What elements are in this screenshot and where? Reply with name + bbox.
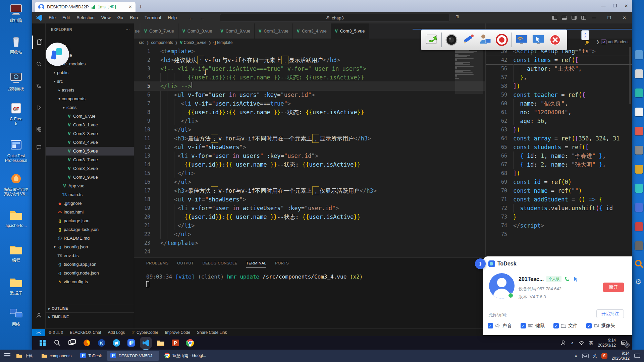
desktop-shortcut-icon[interactable] — [635, 88, 643, 97]
menu-file[interactable]: File — [46, 12, 59, 23]
desktop-icon-网络[interactable]: 网络 — [1, 307, 32, 326]
notification-icon[interactable]: 2 — [621, 340, 627, 346]
menu-edit[interactable]: Edit — [59, 12, 73, 23]
pin-icon[interactable] — [584, 41, 589, 46]
desktop-icon-此电脑[interactable]: 此电脑 — [1, 3, 32, 23]
close-session-icon[interactable]: ✕ — [128, 4, 132, 9]
folder-taskbar-icon[interactable] — [156, 339, 165, 347]
file-tree-item[interactable]: {}tsconfig.app.json — [46, 260, 134, 269]
desktop-icon-数据库[interactable]: 数据库 — [1, 276, 32, 295]
desktop-icon-C-Free 5[interactable]: CFC-Free5 — [1, 102, 32, 126]
extensions-icon[interactable] — [32, 123, 46, 136]
status-item[interactable]: Improve Code — [165, 330, 190, 335]
minimize-icon[interactable]: — — [598, 0, 609, 12]
file-tree-item[interactable]: ▸icons — [46, 103, 134, 112]
customize-layout-icon[interactable] — [581, 16, 586, 20]
file-tree-item[interactable]: ▸public — [46, 68, 134, 77]
file-tree-item[interactable]: TSmain.ts — [46, 190, 134, 199]
taskbar-window-ToDesk[interactable]: ToDesk — [77, 351, 105, 361]
breadcrumb-segment[interactable]: template — [217, 40, 232, 45]
checkbox-checked-icon[interactable]: ✓ — [521, 323, 526, 328]
ime-language[interactable]: 英 — [593, 353, 597, 359]
maximize-icon[interactable]: ❐ — [609, 0, 621, 12]
taskview-taskbar-icon[interactable] — [68, 339, 76, 347]
file-tree-item[interactable]: TSenv.d.ts — [46, 251, 134, 260]
student-demo-icon[interactable] — [478, 32, 492, 48]
record-icon[interactable] — [495, 32, 509, 48]
desktop-icon-QuickTest Professional[interactable]: QuickTestProfessional — [1, 139, 32, 163]
file-tree-item[interactable]: VApp.vue — [46, 182, 134, 190]
menu-view[interactable]: View — [98, 12, 114, 23]
kapp-taskbar-icon[interactable]: K — [97, 339, 106, 347]
breadcrumb-segment[interactable]: Com3_5.vue — [184, 40, 207, 45]
toggle-panel-icon[interactable] — [562, 16, 567, 20]
menu-run[interactable]: Run — [127, 12, 141, 23]
panel-tab-output[interactable]: OUTPUT — [177, 261, 194, 267]
monitor-broadcast-icon[interactable] — [515, 32, 529, 48]
editor-tab[interactable]: VCom3_4.vue — [293, 23, 331, 39]
snagit-icon[interactable]: S — [601, 353, 607, 359]
file-tree-item[interactable]: VCom3_4.vue — [46, 138, 134, 147]
enable-annotation-button[interactable]: 开启批注 — [596, 309, 624, 318]
editor-tab[interactable]: ue — [134, 23, 140, 39]
remote-session-tab[interactable]: DESKTOP-VM5DJ2P 1ms HD ✕ — [35, 2, 136, 12]
account-icon[interactable] — [32, 309, 46, 322]
editor-tab[interactable]: VCom3_7.vue — [140, 23, 178, 39]
status-item[interactable]: BLACKBOX Chat — [70, 330, 101, 335]
breadcrumb-segment[interactable]: src — [139, 40, 144, 45]
desktop-shortcut-icon[interactable] — [635, 108, 643, 116]
status-item[interactable]: ☞CyberCoder — [131, 330, 158, 335]
desktop-icon-编程[interactable]: 编程 — [1, 243, 32, 262]
permission-3[interactable]: ✓摄像头 — [586, 322, 615, 329]
bird-taskbar-icon[interactable] — [112, 339, 121, 347]
file-tree-item[interactable]: ⓘREADME.md — [46, 234, 134, 243]
start-taskbar-icon[interactable] — [38, 339, 47, 347]
file-tree-item[interactable]: ▸assets — [46, 86, 134, 95]
close-icon[interactable]: ✕ — [621, 0, 632, 12]
editor-tab[interactable]: VCom3_9.vue — [216, 23, 255, 39]
monitor-control-icon[interactable] — [531, 32, 545, 48]
start-menu-icon[interactable] — [4, 353, 11, 359]
search-taskbar-icon[interactable] — [53, 339, 62, 347]
outline-section[interactable]: ▸OUTLINE — [46, 304, 134, 312]
file-tree-item[interactable]: {}package-lock.json — [46, 225, 134, 234]
desktop-shortcut-icon[interactable] — [635, 146, 643, 155]
desktop-shortcut-icon[interactable] — [635, 241, 643, 250]
file-tree-item[interactable]: {}tsconfig.node.json — [46, 269, 134, 278]
command-center-search[interactable]: 🔎︎ chap3 — [220, 14, 450, 22]
toggle-secondary-sidebar-icon[interactable] — [572, 16, 577, 20]
local-clock[interactable]: 9:142025/3/12 — [612, 351, 630, 361]
file-tree-item[interactable]: ▾src — [46, 77, 134, 86]
permission-0[interactable]: ✓声音 — [488, 322, 512, 329]
permission-2[interactable]: ✓文件 — [553, 322, 578, 329]
scrollbar[interactable] — [629, 47, 631, 104]
pencil-icon[interactable] — [461, 32, 475, 48]
file-tree-item[interactable]: VCom3_5.vue — [46, 147, 134, 156]
disconnect-button[interactable]: 断开 — [603, 283, 624, 292]
breadcrumb-right[interactable]: ❯⊘ addStudent — [596, 40, 629, 44]
checkbox-checked-icon[interactable]: ✓ — [553, 323, 559, 328]
desktop-icon-apache-to...[interactable]: apache-to... — [1, 208, 32, 228]
panel-collapse-icon[interactable]: ❯ — [475, 258, 486, 269]
chat-icon[interactable] — [32, 140, 46, 154]
taskbar-window-DESKTOP-VM5DJ...[interactable]: DESKTOP-VM5DJ... — [107, 351, 159, 361]
checkbox-checked-icon[interactable]: ✓ — [586, 323, 592, 328]
code-editor-left[interactable]: 1<template>2<h3>建议做法：v-for与v-if不在同一元素上，显… — [134, 47, 485, 257]
back-button[interactable]: ← — [189, 15, 194, 21]
tray-chevron-icon[interactable]: ∧ — [571, 341, 574, 345]
panel-tab-terminal[interactable]: TERMINAL — [246, 261, 267, 267]
file-tree-item[interactable]: ◆.gitignore — [46, 199, 134, 208]
new-session-button[interactable]: + — [139, 4, 143, 11]
taskbar-window-下载[interactable]: 下载 — [13, 351, 36, 361]
file-tree-item[interactable]: ▾{}tsconfig.json — [46, 243, 134, 251]
desktop-shortcut-icon[interactable] — [635, 50, 643, 59]
editor-tab[interactable]: VCom3_5.vue — [331, 23, 369, 39]
desktop-icon-回收站[interactable]: 回收站 — [1, 35, 32, 54]
file-tree-item[interactable]: VCom3_3.vue — [46, 129, 134, 138]
forward-button[interactable]: → — [200, 15, 205, 21]
firefox-taskbar-icon[interactable] — [83, 339, 91, 347]
desktop-shortcut-icon[interactable] — [635, 127, 643, 135]
file-tree-item[interactable]: ▾components — [46, 95, 134, 103]
menu-go[interactable]: Go — [114, 12, 126, 23]
vscode-maximize-icon[interactable]: ❐ — [602, 12, 617, 23]
